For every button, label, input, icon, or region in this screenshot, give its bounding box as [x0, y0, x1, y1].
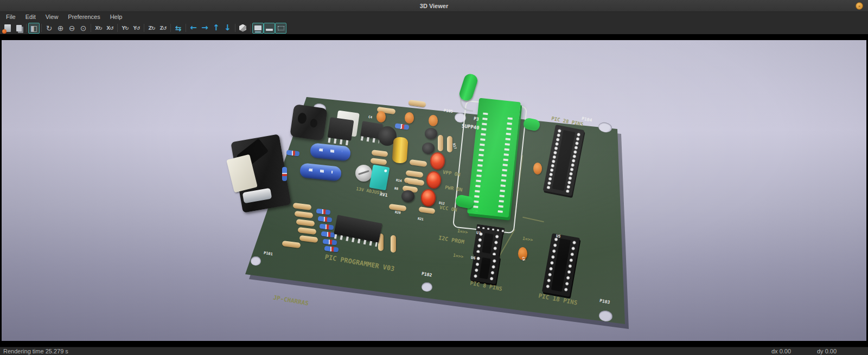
zoom-in-button[interactable]: ⊕ [55, 23, 66, 34]
through-hole-model-icon [254, 25, 261, 30]
rotate-z-ccw-button[interactable]: Z↺ [157, 23, 169, 34]
move-left-icon: ← [190, 24, 197, 32]
move-down-button[interactable]: ↓ [222, 23, 233, 34]
diode [316, 208, 331, 215]
resistor [296, 219, 315, 227]
render-view-icon: ◧ [30, 24, 37, 32]
resistor [299, 235, 318, 243]
move-right-button[interactable]: → [199, 23, 210, 34]
move-left-button[interactable]: ← [188, 23, 199, 34]
close-icon: × [858, 4, 861, 9]
label-u5: U5 [556, 234, 561, 238]
trimmer-rv1 [369, 165, 390, 191]
reload-board-button[interactable]: ↻ [43, 23, 55, 34]
dx-status: dx 0.00 [771, 348, 791, 354]
menu-preferences[interactable]: Preferences [63, 13, 105, 21]
silk-board-title: PIC PROGRAMMER V03 [324, 253, 395, 273]
silk-pin1-arrow: 1=>> [522, 236, 533, 242]
resistor [293, 203, 312, 210]
render-current-view-button[interactable]: ◧ [28, 23, 40, 34]
cube-icon [239, 24, 246, 32]
flip-board-icon: ⇆ [175, 24, 182, 32]
menu-file[interactable]: File [1, 13, 21, 21]
resistor [409, 159, 427, 167]
led-red [421, 189, 436, 206]
diode [324, 246, 339, 252]
toggle-virtual-models-button[interactable] [275, 23, 286, 34]
label-r20: R20 [395, 210, 401, 214]
toolbar-separator [186, 24, 186, 32]
label-c4: C4 [368, 115, 373, 119]
rotate-x-ccw-button[interactable]: X↺ [104, 23, 116, 34]
flip-board-button[interactable]: ⇆ [173, 23, 184, 34]
rotate-z-cw-icon: Z↻ [148, 25, 155, 31]
label-p102: P102 [421, 271, 432, 277]
export-image-button[interactable] [2, 23, 13, 34]
zif-lever [458, 72, 479, 102]
rotate-x-ccw-icon: X↺ [106, 25, 113, 31]
to92-transistor [422, 143, 435, 154]
close-button[interactable]: × [856, 2, 863, 10]
toolbar-separator [41, 24, 42, 32]
toolbar-separator [26, 24, 27, 32]
mounting-hole [597, 121, 612, 134]
diode [282, 167, 287, 181]
diode [323, 238, 337, 245]
led-red [430, 152, 445, 170]
mounting-hole [598, 309, 613, 322]
3d-viewer-window: 3D Viewer × File Edit View Preferences H… [0, 0, 868, 355]
3d-viewport[interactable]: P105 P3 SUPP40 P104 P101 P102 P103 RV1 U… [2, 40, 866, 341]
menu-edit[interactable]: Edit [21, 13, 41, 21]
led-red [426, 171, 441, 189]
virtual-model-icon [278, 26, 284, 30]
orange-capacitor [376, 111, 386, 122]
rotate-x-cw-button[interactable]: X↻ [93, 23, 104, 34]
to220-regulator [328, 117, 354, 141]
label-c6: C6 [522, 256, 526, 261]
viewport-frame: P105 P3 SUPP40 P104 P101 P102 P103 RV1 U… [0, 34, 868, 347]
rotate-y-cw-button[interactable]: Y↻ [119, 23, 131, 34]
rendering-time-status: Rendering time 25.279 s [3, 348, 68, 354]
copy-to-clipboard-button[interactable] [13, 23, 24, 34]
resistor [282, 241, 301, 248]
label-p3: P3 [473, 116, 479, 121]
toolbar-separator [117, 24, 118, 32]
silk-author: JP-CHARRAS [272, 294, 309, 307]
orthographic-projection-button[interactable] [237, 23, 248, 34]
toolbar: ◧ ↻ ⊕ ⊖ ⊙ X↻ X↺ Y↻ Y↺ Z↻ Z↺ ⇆ ← → ↑ ↓ [0, 22, 868, 34]
silk-pin1-arrow: 1=>> [457, 228, 468, 235]
diode [318, 216, 333, 222]
label-r14: R14 [396, 178, 403, 182]
toggle-smd-models-button[interactable] [264, 23, 275, 34]
toolbar-separator [235, 24, 235, 32]
label-u1: U1 [476, 230, 481, 235]
toggle-through-hole-models-button[interactable] [252, 23, 264, 34]
titlebar: 3D Viewer × [0, 0, 868, 12]
rotate-x-cw-icon: X↻ [95, 25, 101, 31]
dy-status: dy 0.00 [817, 348, 837, 354]
orange-capacitor [533, 163, 542, 175]
smd-model-icon [266, 29, 273, 31]
label-r21: R21 [418, 216, 424, 221]
rotate-z-cw-button[interactable]: Z↻ [146, 23, 157, 34]
toolbar-separator [170, 24, 171, 32]
resistor [406, 178, 424, 186]
move-up-button[interactable]: ↑ [210, 23, 222, 34]
copper-trace [522, 217, 544, 222]
label-p103: P103 [599, 298, 610, 305]
rotate-y-ccw-button[interactable]: Y↺ [131, 23, 142, 34]
zoom-out-button[interactable]: ⊖ [66, 23, 78, 34]
diode [321, 231, 336, 237]
menu-view[interactable]: View [41, 13, 63, 21]
resistor [372, 150, 388, 157]
zoom-fit-icon: ⊙ [80, 24, 87, 32]
menu-help[interactable]: Help [105, 13, 127, 21]
zoom-to-fit-button[interactable]: ⊙ [78, 23, 89, 34]
silk-pin1-arrow: 1=>> [452, 253, 464, 259]
diode [320, 223, 334, 230]
zif-handle [522, 117, 541, 132]
statusbar: Rendering time 25.279 s dx 0.00 dy 0.00 [0, 347, 868, 355]
resistor [405, 170, 423, 178]
zoom-out-icon: ⊖ [69, 24, 75, 32]
label-p105: P105 [444, 108, 454, 114]
